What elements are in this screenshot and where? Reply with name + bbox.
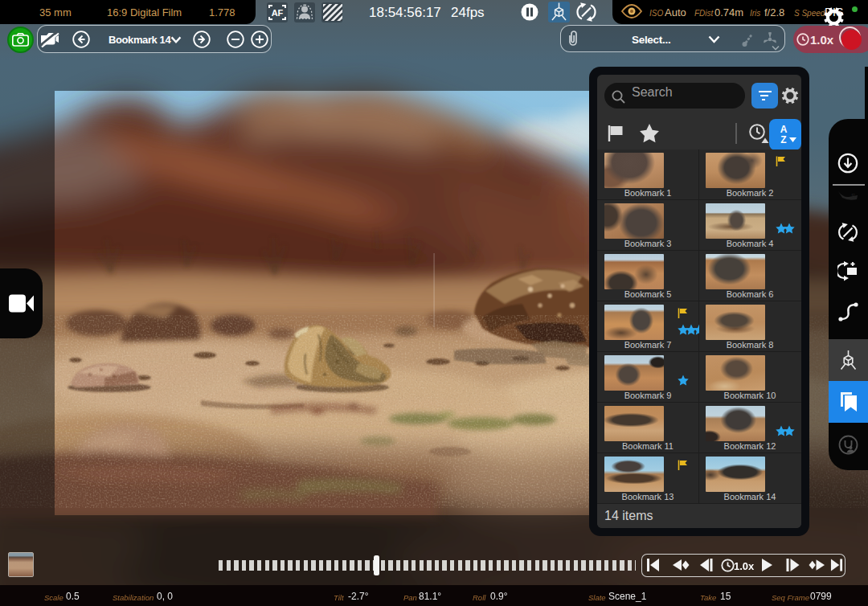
svg-text:AF: AF [272, 8, 284, 18]
svg-text:A: A [780, 124, 788, 135]
svg-text:S: S [851, 192, 855, 199]
svg-text:Z: Z [780, 134, 786, 145]
